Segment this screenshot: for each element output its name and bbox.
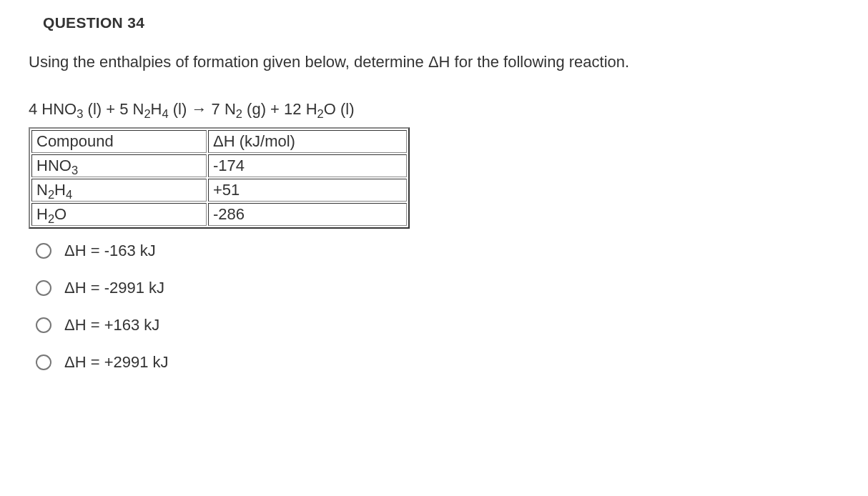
table-row: HNO3 -174	[31, 154, 407, 177]
compound-cell: N2H4	[31, 179, 207, 202]
option-label: ΔH = +163 kJ	[64, 316, 159, 334]
question-text: Using the enthalpies of formation given …	[29, 53, 839, 71]
table-header-compound: Compound	[31, 130, 207, 153]
option-a[interactable]: ΔH = -163 kJ	[36, 242, 839, 260]
option-c[interactable]: ΔH = +163 kJ	[36, 316, 839, 334]
radio-icon[interactable]	[36, 354, 51, 370]
value-cell: -174	[208, 154, 407, 177]
radio-icon[interactable]	[36, 280, 51, 296]
answer-options: ΔH = -163 kJ ΔH = -2991 kJ ΔH = +163 kJ …	[36, 242, 839, 372]
radio-icon[interactable]	[36, 317, 51, 333]
option-label: ΔH = -163 kJ	[64, 242, 156, 260]
option-label: ΔH = +2991 kJ	[64, 353, 169, 372]
table-row: H2O -286	[31, 203, 407, 226]
option-b[interactable]: ΔH = -2991 kJ	[36, 279, 839, 297]
reaction-equation: 4 HNO3 (l) + 5 N2H4 (l) → 7 N2 (g) + 12 …	[29, 100, 839, 119]
compound-cell: HNO3	[31, 154, 207, 177]
question-header: QUESTION 34	[43, 14, 839, 31]
option-d[interactable]: ΔH = +2991 kJ	[36, 353, 839, 372]
enthalpy-table: Compound ΔH (kJ/mol) HNO3 -174 N2H4 +51 …	[29, 127, 410, 229]
option-label: ΔH = -2991 kJ	[64, 279, 164, 297]
value-cell: -286	[208, 203, 407, 226]
compound-cell: H2O	[31, 203, 207, 226]
value-cell: +51	[208, 179, 407, 202]
table-header-deltah: ΔH (kJ/mol)	[208, 130, 407, 153]
radio-icon[interactable]	[36, 243, 51, 259]
table-header-row: Compound ΔH (kJ/mol)	[31, 130, 407, 153]
table-row: N2H4 +51	[31, 179, 407, 202]
